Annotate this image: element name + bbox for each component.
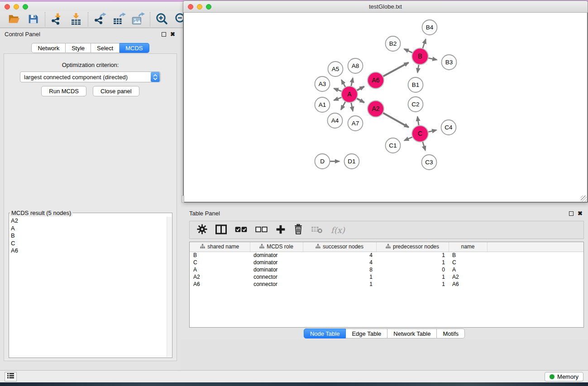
column-header-predecessor-nodes[interactable]: predecessor nodes <box>376 242 449 252</box>
graph-node-A1[interactable]: A1 <box>315 97 330 112</box>
export-network-button[interactable] <box>91 12 110 27</box>
graph-edge-A-A1[interactable] <box>334 97 342 100</box>
table-settings-button[interactable] <box>197 224 207 236</box>
deselect-all-columns-button[interactable] <box>255 226 268 234</box>
table-cell[interactable]: 1 <box>303 273 376 281</box>
graph-node-C4[interactable]: C4 <box>441 120 456 135</box>
table-row[interactable]: A2connector11A2 <box>190 273 583 281</box>
column-header-successor-nodes[interactable]: successor nodes <box>303 242 376 252</box>
graph-node-A6[interactable]: A6 <box>368 72 384 89</box>
tab-network-table[interactable]: Network Table <box>387 329 437 338</box>
graph-edge-A-A7[interactable] <box>351 102 353 111</box>
table-cell[interactable]: B <box>449 252 487 259</box>
minimize-window-button[interactable] <box>14 4 19 10</box>
close-network-window-button[interactable] <box>188 4 193 10</box>
table-cell[interactable]: 1 <box>376 259 449 266</box>
graph-node-B2[interactable]: B2 <box>386 36 401 51</box>
select-all-columns-button[interactable] <box>235 226 247 234</box>
export-image-button[interactable] <box>129 12 148 27</box>
table-cell[interactable]: 1 <box>303 281 376 288</box>
graph-node-B[interactable]: B <box>412 48 428 65</box>
graph-edge-A-A8[interactable] <box>351 78 353 86</box>
graph-edge-B-B4[interactable] <box>423 39 426 49</box>
graph-node-B4[interactable]: B4 <box>422 20 437 35</box>
graph-node-A4[interactable]: A4 <box>328 113 343 128</box>
table-row[interactable]: A6connector11A6 <box>190 281 583 288</box>
tab-mcds[interactable]: MCDS <box>120 43 149 53</box>
graph-edge-A2-C[interactable] <box>383 113 409 127</box>
table-cell[interactable]: 1 <box>376 252 449 259</box>
table-cell[interactable]: C <box>449 259 487 266</box>
tab-edge-table[interactable]: Edge Table <box>346 329 387 338</box>
graph-edge-C-C2[interactable] <box>417 117 419 126</box>
delete-column-button[interactable] <box>294 224 303 236</box>
float-table-panel-icon[interactable] <box>569 211 574 216</box>
graph-node-A7[interactable]: A7 <box>348 116 363 131</box>
criterion-dropdown[interactable]: largest connected component (directed) <box>20 71 161 82</box>
graph-node-A8[interactable]: A8 <box>348 58 363 73</box>
table-cell[interactable]: A2 <box>449 273 487 281</box>
table-cell[interactable]: 4 <box>303 259 376 266</box>
graph-edge-A-A5[interactable] <box>341 80 345 87</box>
graph-edge-B-B3[interactable] <box>428 58 437 60</box>
minimize-network-window-button[interactable] <box>197 4 202 10</box>
result-item[interactable]: A6 <box>11 247 166 255</box>
column-header-name[interactable]: name <box>449 242 487 252</box>
zoom-window-button[interactable] <box>23 4 28 10</box>
function-builder-button[interactable]: f(x) <box>331 225 345 235</box>
table-cell[interactable]: A <box>190 266 250 273</box>
result-item[interactable]: C <box>11 240 166 248</box>
column-header-shared-name[interactable]: shared name <box>190 242 250 252</box>
graph-node-A5[interactable]: A5 <box>328 62 343 76</box>
graph-node-D1[interactable]: D1 <box>344 154 359 169</box>
tab-select[interactable]: Select <box>91 43 120 53</box>
import-network-button[interactable] <box>48 12 67 27</box>
table-row[interactable]: Adominator80A <box>190 266 583 273</box>
column-header-MCDS-role[interactable]: MCDS role <box>250 242 303 252</box>
table-cell[interactable]: 1 <box>376 273 449 281</box>
import-table-button[interactable] <box>67 12 86 27</box>
graph-node-C2[interactable]: C2 <box>408 97 423 112</box>
graph-node-B1[interactable]: B1 <box>408 77 423 92</box>
splitter-handle[interactable] <box>182 195 184 203</box>
graph-edge-B-B1[interactable] <box>417 64 419 72</box>
table-cell[interactable]: 4 <box>303 252 376 259</box>
show-columns-button[interactable] <box>215 224 227 236</box>
run-mcds-button[interactable]: Run MCDS <box>41 86 86 96</box>
table-row[interactable]: Bdominator41B <box>190 252 583 259</box>
result-item[interactable]: B <box>11 232 166 240</box>
graph-node-A[interactable]: A <box>341 86 358 103</box>
table-cell[interactable]: A6 <box>190 281 250 288</box>
graph-node-C[interactable]: C <box>412 126 428 142</box>
network-graph[interactable]: B4B2BB3A8A5A6A3B1AA1C2A2A4A7C4CC1DD1C3 <box>184 13 587 202</box>
graph-edge-A6-B[interactable] <box>383 62 409 76</box>
zoom-in-button[interactable] <box>153 12 172 27</box>
float-panel-icon[interactable] <box>162 32 166 37</box>
tab-node-table[interactable]: Node Table <box>304 329 346 338</box>
tab-network[interactable]: Network <box>31 43 66 53</box>
graph-edge-A-A6[interactable] <box>357 86 364 91</box>
export-table-button[interactable] <box>110 12 129 27</box>
graph-node-A2[interactable]: A2 <box>368 101 384 117</box>
table-row[interactable]: Cdominator41C <box>190 259 583 266</box>
tab-motifs[interactable]: Motifs <box>437 329 465 338</box>
graph-edge-A-A3[interactable] <box>334 88 342 91</box>
graph-node-A3[interactable]: A3 <box>315 76 330 91</box>
result-item[interactable]: A2 <box>11 217 166 225</box>
table-cell[interactable]: dominator <box>250 259 303 266</box>
add-column-button[interactable] <box>276 224 286 236</box>
save-session-button[interactable] <box>24 12 43 27</box>
table-cell[interactable]: 1 <box>376 281 449 288</box>
memory-button[interactable]: Memory <box>545 372 583 381</box>
table-cell[interactable]: A6 <box>449 281 487 288</box>
table-cell[interactable]: B <box>190 252 250 259</box>
graph-node-C3[interactable]: C3 <box>422 155 437 170</box>
result-list-scrollbar[interactable] <box>167 217 172 357</box>
table-cell[interactable]: C <box>190 259 250 266</box>
graph-node-B3[interactable]: B3 <box>442 55 457 70</box>
table-cell[interactable]: connector <box>250 281 303 288</box>
table-cell[interactable]: 8 <box>303 266 376 273</box>
table-cell[interactable]: A2 <box>190 273 250 281</box>
window-resize-grip[interactable] <box>581 195 587 201</box>
table-cell[interactable]: dominator <box>250 252 303 259</box>
